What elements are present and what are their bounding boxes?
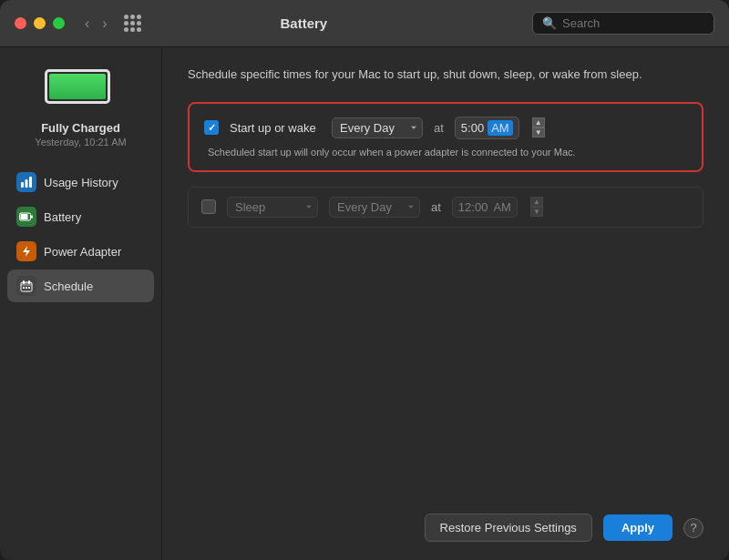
svg-rect-1 (26, 179, 28, 188)
restore-previous-settings-button[interactable]: Restore Previous Settings (425, 514, 592, 542)
minimize-button[interactable] (34, 17, 46, 29)
startup-time-value: 5:00 (461, 121, 484, 135)
titlebar: ‹ › Battery 🔍 (0, 0, 729, 47)
search-icon: 🔍 (542, 16, 557, 30)
search-box[interactable]: 🔍 (532, 12, 714, 35)
sidebar-item-label-usage-history: Usage History (44, 176, 118, 189)
battery-time-label: Yesterday, 10:21 AM (35, 137, 126, 148)
sleep-frequency-dropdown[interactable]: Every Day Weekdays Weekends (329, 197, 420, 218)
close-button[interactable] (15, 17, 26, 29)
startup-time-stepper[interactable]: ▲ ▼ (532, 117, 545, 137)
startup-frequency-dropdown[interactable]: Every Day Weekdays Weekends Monday Tuesd… (332, 117, 423, 138)
grid-icon[interactable] (124, 15, 141, 32)
sidebar: Fully Charged Yesterday, 10:21 AM Usage … (0, 47, 162, 560)
battery-status-label: Fully Charged (41, 121, 120, 135)
svg-rect-13 (28, 287, 30, 289)
schedule-row-2: Sleep Restart Shut Down Every Day Weekda… (188, 187, 703, 228)
sidebar-item-power-adapter[interactable]: Power Adapter (7, 235, 154, 268)
battery-fill (49, 74, 106, 99)
sidebar-item-battery[interactable]: Battery (7, 200, 154, 233)
main-panel: Schedule specific times for your Mac to … (162, 47, 729, 560)
schedule-row-1: Start up or wake Every Day Weekdays Week… (204, 117, 687, 139)
window-title: Battery (149, 15, 459, 31)
startup-note: Scheduled start up will only occur when … (204, 147, 687, 158)
calendar-icon (16, 276, 36, 296)
svg-marker-6 (23, 246, 30, 257)
sleep-action-dropdown[interactable]: Sleep Restart Shut Down (227, 197, 318, 218)
sleep-stepper-up: ▲ (530, 197, 543, 207)
sidebar-item-label-battery: Battery (44, 210, 81, 224)
battery-tip (109, 80, 110, 93)
startup-ampm[interactable]: AM (488, 120, 513, 136)
sleep-ampm: AM (493, 200, 511, 214)
svg-rect-12 (26, 287, 27, 289)
apply-button[interactable]: Apply (603, 514, 673, 541)
startup-time-field[interactable]: 5:00 AM (455, 117, 519, 139)
main-window: ‹ › Battery 🔍 (0, 0, 729, 560)
at-label-2: at (431, 200, 441, 214)
chart-icon (16, 172, 36, 192)
svg-rect-8 (21, 282, 32, 286)
svg-rect-4 (21, 214, 28, 219)
description-text: Schedule specific times for your Mac to … (188, 66, 703, 84)
sidebar-item-label-schedule: Schedule (44, 280, 93, 293)
battery-outer (45, 69, 110, 104)
stepper-down[interactable]: ▼ (532, 127, 545, 137)
svg-rect-2 (29, 177, 32, 188)
sleep-time-stepper: ▲ ▼ (530, 197, 543, 217)
nav-arrows: ‹ › (81, 14, 111, 34)
search-input[interactable] (562, 16, 704, 30)
sidebar-item-label-power-adapter: Power Adapter (44, 245, 121, 259)
svg-rect-5 (31, 216, 33, 219)
startup-checkbox[interactable] (204, 120, 219, 135)
svg-rect-0 (21, 182, 24, 188)
help-button[interactable]: ? (683, 518, 703, 538)
svg-rect-10 (28, 280, 30, 284)
sidebar-item-schedule[interactable]: Schedule (7, 270, 154, 302)
sleep-stepper-down: ▼ (530, 207, 543, 217)
battery-sidebar-icon (16, 207, 36, 227)
content-area: Fully Charged Yesterday, 10:21 AM Usage … (0, 47, 729, 560)
traffic-lights (15, 17, 65, 29)
at-label-1: at (434, 121, 444, 135)
sleep-time-field: 12:00 AM (452, 197, 518, 218)
stepper-up[interactable]: ▲ (532, 117, 545, 127)
schedule-card: Start up or wake Every Day Weekdays Week… (188, 102, 703, 172)
svg-rect-9 (23, 280, 25, 284)
sidebar-item-usage-history[interactable]: Usage History (7, 166, 154, 199)
back-button[interactable]: ‹ (81, 14, 93, 34)
footer: Restore Previous Settings Apply ? (188, 499, 703, 542)
battery-graphic (45, 69, 118, 110)
startup-label: Start up or wake (230, 121, 321, 135)
sleep-time-value: 12:00 (458, 200, 488, 214)
maximize-button[interactable] (53, 17, 65, 29)
bolt-icon (16, 241, 36, 261)
sleep-checkbox[interactable] (201, 199, 216, 214)
svg-rect-11 (23, 287, 25, 289)
forward-button[interactable]: › (98, 14, 110, 34)
